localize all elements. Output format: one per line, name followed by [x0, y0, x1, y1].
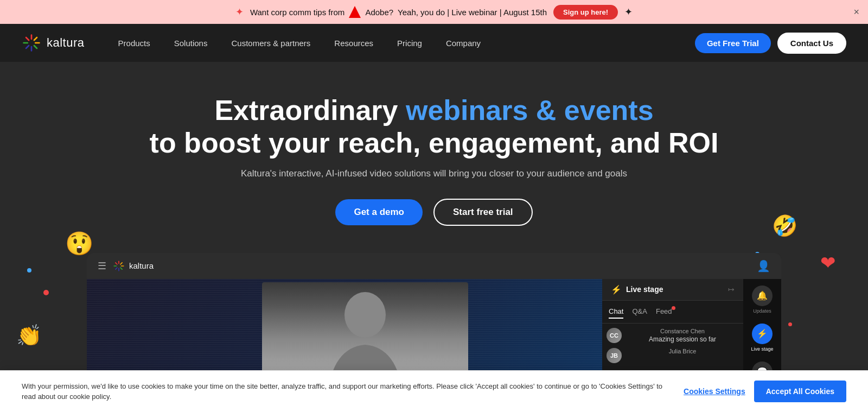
tab-feed[interactable]: Feed [656, 305, 672, 319]
hamburger-icon[interactable]: ☰ [98, 260, 106, 272]
app-logo-small: kaltura [113, 260, 154, 272]
message-content-2: Julia Brice [626, 348, 739, 356]
banner-text: Want corp comm tips from Adobe? Yeah, yo… [250, 6, 547, 18]
nav-item-customers[interactable]: Customers & partners [219, 24, 322, 62]
updates-label: Updates [753, 308, 771, 314]
icon-bar-updates[interactable]: 🔔 Updates [752, 286, 773, 314]
hero-heading-line2: to boost your reach, engagement, and ROI [150, 127, 719, 159]
message-name-2: Julia Brice [626, 348, 739, 354]
cookie-banner: With your permission, we'd like to use c… [0, 370, 868, 396]
hero-heading: Extraordinary webinars & events to boost… [22, 94, 846, 160]
svg-point-18 [344, 292, 386, 338]
logo-icon [22, 33, 41, 53]
emoji-heart-decoration: ❤ [820, 252, 835, 274]
adobe-icon [349, 6, 361, 18]
cookies-settings-button[interactable]: Cookies Settings [684, 387, 745, 396]
updates-icon: 🔔 [752, 286, 773, 306]
message-text-1: Amazing session so far [626, 335, 739, 344]
avatar-initials-constance: CC [607, 328, 622, 343]
sidebar-header: ⚡ Live stage ↦ [602, 279, 743, 301]
svg-line-8 [34, 37, 37, 40]
svg-line-6 [26, 37, 29, 40]
message-row-2: JB Julia Brice [607, 348, 739, 363]
tab-chat[interactable]: Chat [609, 305, 623, 319]
nav-item-products[interactable]: Products [106, 24, 162, 62]
app-logo-icon [113, 260, 125, 272]
feed-label: Feed [656, 307, 672, 315]
message-name-1: Constance Chen [626, 328, 739, 334]
svg-line-17 [116, 268, 117, 269]
user-icon[interactable]: 👤 [757, 259, 770, 272]
dot-red-2 [788, 322, 792, 326]
nav-item-solutions[interactable]: Solutions [162, 24, 220, 62]
hero-section: Extraordinary webinars & events to boost… [0, 62, 868, 396]
sidebar-tabs: Chat Q&A Feed [602, 301, 743, 324]
contact-us-button[interactable]: Contact Us [777, 33, 846, 54]
nav-links: Products Solutions Customers & partners … [106, 24, 695, 62]
app-logo-text: kaltura [129, 261, 154, 270]
icon-bar-livestage[interactable]: ⚡ Live stage [751, 324, 773, 352]
hero-buttons: Get a demo Start free trial [22, 199, 846, 226]
banner-cta-button[interactable]: Sign up here! [553, 5, 618, 20]
get-free-trial-button[interactable]: Get Free Trial [695, 33, 771, 53]
avatar-constance: CC [607, 328, 622, 343]
top-banner: ✦ Want corp comm tips from Adobe? Yeah, … [0, 0, 868, 24]
sidebar-arrow-icon[interactable]: ↦ [728, 285, 735, 294]
banner-text-after: Yeah, you do | Live webinar | August 15t… [398, 8, 547, 17]
hero-heading-normal: Extraordinary [214, 94, 398, 126]
svg-line-7 [34, 46, 37, 48]
sidebar-title: Live stage [626, 285, 663, 294]
message-content-1: Constance Chen Amazing session so far [626, 328, 739, 344]
accept-all-cookies-button[interactable]: Accept All Cookies [754, 381, 846, 396]
star-right-icon: ✦ [624, 6, 633, 18]
banner-text-adobe: Adobe? [365, 8, 393, 17]
emoji-wow-decoration: 😲 [65, 230, 93, 257]
feed-notification-dot [672, 306, 675, 310]
avatar-initials-julia: JB [607, 348, 622, 363]
app-topbar: ☰ kaltura 👤 [87, 253, 781, 279]
nav-actions: Get Free Trial Contact Us [695, 33, 846, 54]
banner-text-before: Want corp comm tips from [250, 8, 344, 17]
nav-item-company[interactable]: Company [434, 24, 493, 62]
tab-qa[interactable]: Q&A [632, 305, 647, 319]
cookie-actions: Cookies Settings Accept All Cookies [684, 381, 846, 396]
svg-line-14 [116, 262, 117, 264]
avatar-julia: JB [607, 348, 622, 363]
cookie-text: With your permission, we'd like to use c… [22, 381, 667, 396]
spark-left-icon: ✦ [235, 6, 244, 18]
banner-close-button[interactable]: × [853, 7, 859, 18]
svg-line-15 [120, 268, 122, 269]
start-free-trial-button[interactable]: Start free trial [433, 199, 533, 226]
sidebar-lightning-icon: ⚡ [611, 284, 622, 295]
get-demo-button[interactable]: Get a demo [335, 199, 423, 225]
nav-item-resources[interactable]: Resources [322, 24, 385, 62]
logo-text: kaltura [47, 36, 85, 50]
logo[interactable]: kaltura [22, 33, 85, 53]
dot-red [43, 290, 49, 295]
svg-line-9 [26, 46, 29, 48]
nav-item-pricing[interactable]: Pricing [385, 24, 434, 62]
svg-line-16 [120, 262, 122, 264]
hero-subtext: Kaltura's interactive, AI-infused video … [22, 168, 846, 179]
message-row-1: CC Constance Chen Amazing session so far [607, 328, 739, 344]
hero-heading-highlight: webinars & events [406, 94, 654, 126]
livestage-label: Live stage [751, 346, 773, 352]
dot-blue-1 [27, 268, 31, 272]
emoji-clap-decoration: 👏 [16, 324, 42, 347]
navbar: kaltura Products Solutions Customers & p… [0, 24, 868, 62]
livestage-icon: ⚡ [752, 324, 773, 344]
